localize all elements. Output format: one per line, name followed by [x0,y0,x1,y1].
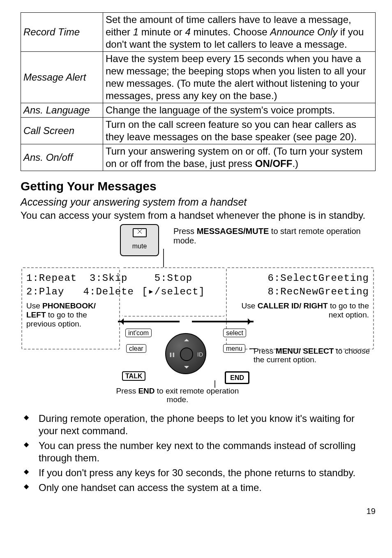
end-note: Press END to exit remote operation mode. [116,387,239,404]
envelope-icon [133,228,147,237]
setting-description: Set the amount of time callers have to l… [103,13,376,52]
mute-label: mute [121,242,158,250]
menu-select-note: Press MENU/ SELECT to choose the current… [254,347,373,364]
right-note-post: to go to the next option. [328,301,369,319]
setting-description: Change the language of the system's voic… [103,103,376,118]
leader-line [163,249,164,267]
list-item: You can press the number key next to the… [33,440,376,464]
list-item: During remote operation, the phone beeps… [33,412,376,437]
subsection-title: Accessing your answering system from a h… [21,196,376,208]
arrow-left-icon [118,319,180,324]
lcd-right-line1: 6:SelectGreeting [231,271,369,285]
setting-name: Record Time [21,13,103,52]
top-instruction: Press MESSAGES/MUTE to start remote oper… [173,227,362,245]
table-row: Record TimeSet the amount of time caller… [21,13,376,52]
navigation-cluster: int'com select clear menu TALK END ⫿⫿ ID [118,319,254,397]
lcd-mid-line2: [▸/select] [126,285,221,299]
end-note-pre: Press [116,387,138,395]
arrow-right-icon [192,319,254,324]
page-number: 19 [21,506,376,516]
d-pad[interactable]: ⫿⫿ ID [165,333,206,374]
chevron-up-icon [184,336,189,341]
lcd-right-line2: 8:RecNewGreeting [231,285,369,299]
setting-name: Call Screen [21,118,103,144]
chevron-down-icon [184,366,189,371]
setting-description: Have the system beep every 15 seconds wh… [103,52,376,103]
lcd-panel-middle: 5:Stop [▸/select] [122,267,225,317]
caller-id-icon: ID [197,351,203,359]
right-note-bold: CALLER ID/ RIGHT [258,301,328,310]
list-item: Only one handset can access the system a… [33,482,376,494]
setting-name: Ans. On/off [21,144,103,171]
table-row: Message AlertHave the system beep every … [21,52,376,103]
lcd-panel-left: 1:Repeat 3:Skip 2:Play 4:Delete Use PHON… [21,267,120,350]
end-button[interactable]: END [225,371,249,384]
phonebook-icon: ⫿⫿ [169,351,175,359]
intro-text: You can access your system from a handse… [21,209,376,222]
table-row: Call ScreenTurn on the call screen featu… [21,118,376,144]
right-nav-note: Use CALLER ID/ RIGHT to go to the next o… [231,301,369,320]
setting-description: Turn on the call screen feature so you c… [103,118,376,144]
left-nav-note: Use PHONEBOOK/ LEFT to go to the previou… [26,301,115,329]
mute-button[interactable]: mute [120,224,159,256]
menu-button[interactable]: menu [223,344,245,353]
right-note-pre: Use [242,301,258,310]
intcom-button[interactable]: int'com [125,329,152,338]
list-item: If you don't press any keys for 30 secon… [33,467,376,479]
table-row: Ans. LanguageChange the language of the … [21,103,376,118]
lcd-mid-line1: 5:Stop [126,271,221,285]
lcd-left-line1: 1:Repeat 3:Skip [26,271,115,285]
notes-list: During remote operation, the phone beeps… [21,412,376,494]
end-note-bold: END [138,387,154,395]
menu-note-bold: MENU/ SELECT [276,347,334,355]
clear-button[interactable]: clear [126,344,146,353]
handset-diagram: mute Press MESSAGES/MUTE to start remote… [21,224,375,409]
talk-button[interactable]: TALK [122,371,145,381]
top-note-pre: Press [173,227,197,236]
top-note-bold: MESSAGES/MUTE [197,227,269,236]
lcd-left-line2: 2:Play 4:Delete [26,285,115,299]
setting-name: Message Alert [21,52,103,103]
setting-description: Turn your answering system on or off. (T… [103,144,376,171]
end-note-post: to exit remote operation mode. [155,387,239,404]
select-button[interactable]: select [223,329,246,338]
settings-table: Record TimeSet the amount of time caller… [21,12,376,171]
menu-note-pre: Press [254,347,276,355]
setting-name: Ans. Language [21,103,103,118]
left-note-pre: Use [26,301,42,310]
section-title: Getting Your Messages [21,178,376,194]
table-row: Ans. On/offTurn your answering system on… [21,144,376,171]
